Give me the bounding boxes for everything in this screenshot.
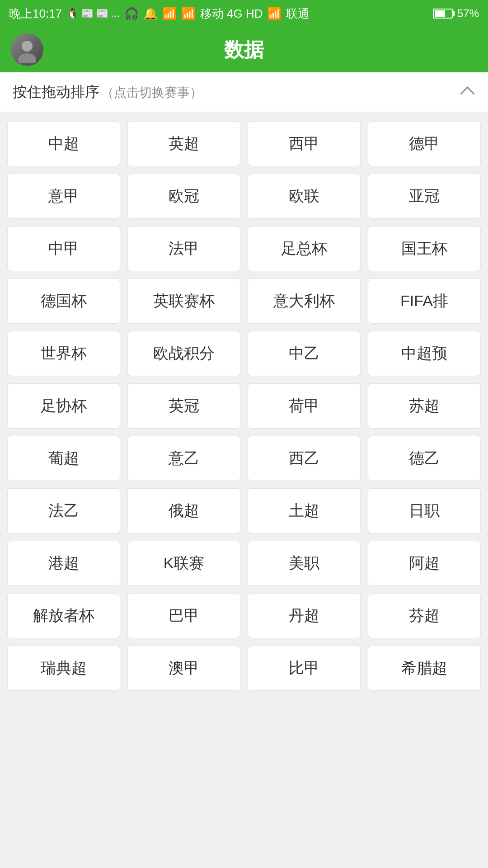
league-item-28[interactable]: 德乙 — [368, 436, 481, 481]
league-item-38[interactable]: 巴甲 — [127, 593, 240, 638]
league-item-27[interactable]: 西乙 — [248, 436, 361, 481]
league-item-29[interactable]: 法乙 — [7, 488, 120, 533]
league-item-32[interactable]: 日职 — [368, 488, 481, 533]
signal2-icon: 📶 — [267, 7, 282, 21]
league-item-21[interactable]: 足协杯 — [7, 383, 120, 429]
league-item-12[interactable]: 国王杯 — [368, 226, 481, 271]
league-item-37[interactable]: 解放者杯 — [7, 593, 120, 638]
league-item-5[interactable]: 意甲 — [7, 174, 120, 219]
collapse-button[interactable] — [459, 84, 475, 100]
league-item-43[interactable]: 比甲 — [248, 646, 361, 691]
league-item-41[interactable]: 瑞典超 — [7, 646, 120, 691]
carrier-text: 移动 4G HD — [200, 6, 263, 22]
battery-icon — [433, 9, 453, 19]
svg-point-1 — [18, 53, 36, 63]
league-item-15[interactable]: 意大利杯 — [248, 278, 361, 324]
league-item-25[interactable]: 葡超 — [7, 436, 120, 481]
status-right: 57% — [433, 7, 479, 20]
league-item-13[interactable]: 德国杯 — [7, 278, 120, 324]
svg-point-0 — [22, 41, 33, 52]
sort-hint-text: （点击切换赛事） — [101, 85, 202, 99]
carrier2-text: 联通 — [286, 6, 310, 22]
league-item-19[interactable]: 中乙 — [248, 331, 361, 376]
avatar[interactable] — [11, 33, 43, 66]
league-item-16[interactable]: FIFA排 — [368, 278, 481, 324]
league-item-11[interactable]: 足总杯 — [248, 226, 361, 271]
sort-bar-text: 按住拖动排序 （点击切换赛事） — [13, 82, 202, 102]
league-item-14[interactable]: 英联赛杯 — [127, 278, 240, 324]
league-item-24[interactable]: 苏超 — [368, 383, 481, 429]
league-item-3[interactable]: 西甲 — [248, 121, 361, 166]
league-item-18[interactable]: 欧战积分 — [127, 331, 240, 376]
league-item-42[interactable]: 澳甲 — [127, 646, 240, 691]
league-item-35[interactable]: 美职 — [248, 541, 361, 586]
signal-icon: 📶 — [181, 7, 196, 21]
wifi-icon: 📶 — [162, 7, 177, 21]
status-icons: 🐧 📰 📰 ... — [66, 8, 120, 19]
league-item-7[interactable]: 欧联 — [248, 174, 361, 219]
league-item-2[interactable]: 英超 — [127, 121, 240, 166]
league-item-8[interactable]: 亚冠 — [368, 174, 481, 219]
league-item-40[interactable]: 芬超 — [368, 593, 481, 638]
league-item-1[interactable]: 中超 — [7, 121, 120, 166]
league-item-39[interactable]: 丹超 — [248, 593, 361, 638]
league-item-30[interactable]: 俄超 — [127, 488, 240, 533]
league-item-26[interactable]: 意乙 — [127, 436, 240, 481]
league-item-33[interactable]: 港超 — [7, 541, 120, 586]
page-title: 数据 — [224, 37, 264, 63]
league-item-22[interactable]: 英冠 — [127, 383, 240, 429]
leagues-grid: 中超英超西甲德甲意甲欧冠欧联亚冠中甲法甲足总杯国王杯德国杯英联赛杯意大利杯FIF… — [0, 112, 488, 700]
league-item-23[interactable]: 荷甲 — [248, 383, 361, 429]
league-item-4[interactable]: 德甲 — [368, 121, 481, 166]
league-item-20[interactable]: 中超预 — [368, 331, 481, 376]
league-item-10[interactable]: 法甲 — [127, 226, 240, 271]
sort-main-text: 按住拖动排序 — [13, 84, 99, 100]
league-item-31[interactable]: 土超 — [248, 488, 361, 533]
header: 数据 — [0, 27, 488, 72]
status-time: 晚上10:17 — [9, 6, 62, 22]
league-item-6[interactable]: 欧冠 — [127, 174, 240, 219]
avatar-image — [11, 33, 43, 66]
headphone-icon: 🎧 — [124, 7, 139, 21]
league-item-17[interactable]: 世界杯 — [7, 331, 120, 376]
league-item-36[interactable]: 阿超 — [368, 541, 481, 586]
sort-bar: 按住拖动排序 （点击切换赛事） — [0, 72, 488, 112]
league-item-34[interactable]: K联赛 — [127, 541, 240, 586]
status-left: 晚上10:17 🐧 📰 📰 ... 🎧 🔔 📶 📶 移动 4G HD 📶 联通 — [9, 6, 310, 22]
league-item-9[interactable]: 中甲 — [7, 226, 120, 271]
status-bar: 晚上10:17 🐧 📰 📰 ... 🎧 🔔 📶 📶 移动 4G HD 📶 联通 … — [0, 0, 488, 27]
bell-icon: 🔔 — [143, 7, 158, 21]
league-item-44[interactable]: 希腊超 — [368, 646, 481, 691]
battery-text: 57% — [457, 7, 479, 20]
